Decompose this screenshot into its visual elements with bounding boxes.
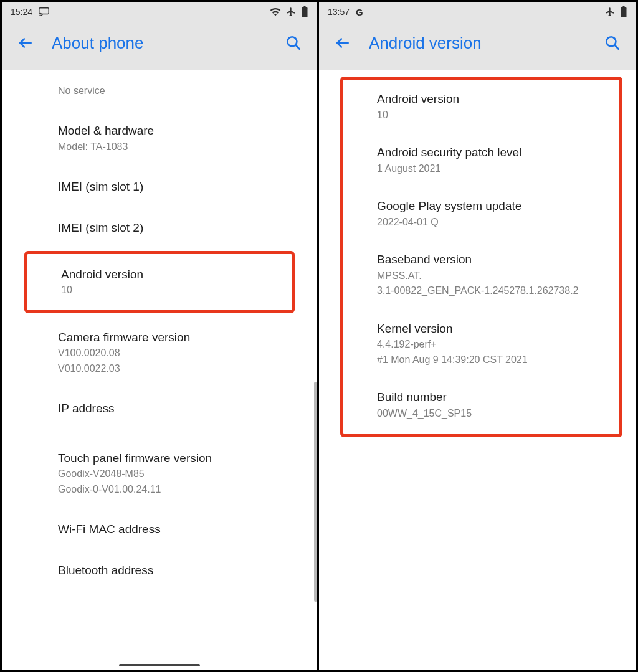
- item-title: Baseband version: [377, 252, 603, 268]
- item-ip-address[interactable]: IP address: [2, 388, 317, 429]
- page-title: Android version: [369, 34, 600, 53]
- item-title: Build number: [377, 389, 603, 405]
- item-title: Wi-Fi MAC address: [58, 521, 301, 537]
- item-touch-panel[interactable]: Touch panel firmware version Goodix-V204…: [2, 429, 317, 509]
- item-title: IP address: [58, 400, 301, 417]
- scrollbar[interactable]: [314, 382, 317, 602]
- airplane-icon: [605, 7, 615, 17]
- item-sub: 2022-04-01 Q: [377, 215, 603, 229]
- settings-list: No service Model & hardware Model: TA-10…: [2, 70, 317, 591]
- item-no-service[interactable]: No service: [2, 70, 317, 110]
- battery-icon: [620, 6, 627, 17]
- item-sub: 4.4.192-perf+: [377, 338, 603, 351]
- item-sub: #1 Mon Aug 9 14:39:20 CST 2021: [377, 353, 603, 367]
- svg-rect-4: [621, 7, 627, 17]
- item-google-play-update[interactable]: Google Play system update 2022-04-01 Q: [343, 183, 619, 237]
- status-bar: 13:57 G: [319, 2, 636, 22]
- item-sub: V100.0020.08: [58, 346, 301, 360]
- back-button[interactable]: [330, 31, 355, 55]
- search-button[interactable]: [281, 31, 306, 55]
- search-icon: [285, 35, 302, 51]
- item-sub: 10: [377, 108, 603, 122]
- item-wifi-mac[interactable]: Wi-Fi MAC address: [2, 509, 317, 550]
- item-bluetooth-address[interactable]: Bluetooth address: [2, 550, 317, 591]
- page-title: About phone: [52, 34, 281, 53]
- item-android-version[interactable]: Android version 10: [27, 254, 292, 310]
- highlight-android-version: Android version 10: [24, 251, 295, 313]
- item-title: Touch panel firmware version: [58, 450, 301, 466]
- app-bar: Android version: [319, 22, 636, 70]
- item-imei-2[interactable]: IMEI (sim slot 2): [2, 207, 317, 248]
- item-security-patch[interactable]: Android security patch level 1 August 20…: [343, 130, 619, 183]
- item-android-version[interactable]: Android version 10: [343, 83, 619, 130]
- item-sub: No service: [58, 84, 301, 98]
- page-body: No service Model & hardware Model: TA-10…: [2, 70, 317, 670]
- item-sub: Goodix-V2048-M85: [58, 467, 301, 481]
- google-g-icon: G: [356, 7, 363, 17]
- item-model-hardware[interactable]: Model & hardware Model: TA-1083: [2, 110, 317, 166]
- page-body: Android version 10 Android security patc…: [319, 70, 636, 670]
- item-title: Camera firmware version: [58, 329, 301, 346]
- app-bar: About phone: [2, 22, 317, 70]
- item-sub: V010.0022.03: [58, 362, 301, 376]
- item-kernel-version[interactable]: Kernel version 4.4.192-perf+ #1 Mon Aug …: [343, 306, 619, 374]
- highlight-block: Android version 10 Android security patc…: [340, 77, 622, 437]
- svg-rect-0: [39, 8, 49, 14]
- item-sub: 10: [61, 283, 275, 297]
- item-title: IMEI (sim slot 1): [58, 179, 301, 195]
- item-title: Kernel version: [377, 321, 603, 337]
- svg-rect-1: [302, 7, 308, 17]
- item-camera-firmware[interactable]: Camera firmware version V100.0020.08 V01…: [2, 317, 317, 388]
- item-sub: Goodix-0-V01.00.24.11: [58, 483, 301, 496]
- back-arrow-icon: [335, 35, 351, 51]
- item-title: IMEI (sim slot 2): [58, 220, 301, 236]
- item-sub: 1 August 2021: [377, 162, 603, 176]
- svg-rect-2: [303, 6, 306, 8]
- item-title: Android version: [377, 91, 603, 107]
- item-imei-1[interactable]: IMEI (sim slot 1): [2, 166, 317, 207]
- item-sub: 3.1-00822_GEN_PACK-1.245278.1.262738.2: [377, 284, 603, 298]
- item-sub: MPSS.AT.: [377, 269, 603, 283]
- home-indicator[interactable]: [119, 664, 200, 666]
- item-title: Model & hardware: [58, 123, 301, 139]
- search-icon: [604, 35, 621, 51]
- left-pane: 15:24: [2, 2, 319, 670]
- cast-icon: [39, 7, 49, 16]
- item-build-number[interactable]: Build number 00WW_4_15C_SP15: [343, 374, 619, 428]
- item-title: Google Play system update: [377, 198, 603, 214]
- airplane-icon: [286, 7, 296, 17]
- item-sub: 00WW_4_15C_SP15: [377, 407, 603, 420]
- item-title: Android version: [61, 267, 275, 283]
- item-title: Bluetooth address: [58, 562, 301, 579]
- status-time: 15:24: [11, 7, 32, 17]
- status-time: 13:57: [328, 7, 350, 17]
- status-bar: 15:24: [2, 2, 317, 22]
- search-button[interactable]: [600, 31, 625, 55]
- back-button[interactable]: [13, 31, 38, 55]
- battery-icon: [301, 6, 308, 17]
- item-sub: Model: TA-1083: [58, 140, 301, 154]
- side-by-side-container: 15:24: [0, 0, 638, 672]
- item-baseband-version[interactable]: Baseband version MPSS.AT. 3.1-00822_GEN_…: [343, 237, 619, 305]
- wifi-icon: [270, 7, 281, 16]
- back-arrow-icon: [17, 35, 34, 51]
- item-title: Android security patch level: [377, 144, 603, 161]
- svg-rect-5: [622, 6, 625, 8]
- right-pane: 13:57 G Android version: [319, 2, 636, 670]
